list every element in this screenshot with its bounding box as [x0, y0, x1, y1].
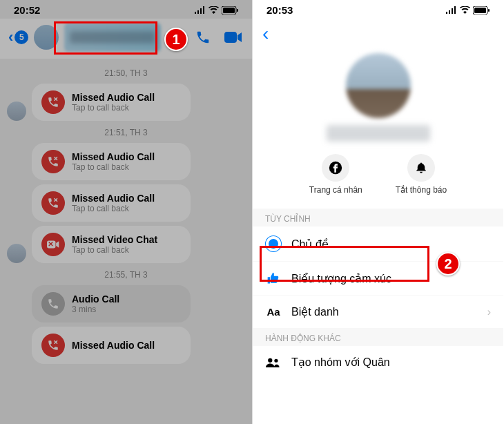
- message-row: Missed Audio Call Tap to call back: [7, 143, 245, 180]
- missed-phone-icon: [41, 334, 65, 357]
- timestamp: 21:55, TH 3: [7, 270, 245, 280]
- aa-icon: Aa: [265, 306, 282, 318]
- group-icon: [265, 357, 282, 368]
- call-sub: Tap to call back: [72, 245, 157, 255]
- svg-rect-1: [223, 8, 235, 13]
- svg-rect-2: [237, 9, 238, 12]
- svg-rect-7: [488, 9, 490, 12]
- back-button[interactable]: ‹: [262, 23, 269, 45]
- profile-avatar[interactable]: [346, 53, 411, 118]
- message-row: Missed Audio Call Tap to call back: [7, 184, 245, 222]
- call-sub: 3 mins: [72, 305, 119, 314]
- callout-1: 1: [164, 28, 188, 51]
- svg-point-10: [274, 358, 278, 362]
- status-icons: [446, 6, 490, 15]
- highlight-contact-name: [54, 21, 157, 55]
- message-row: Missed Video Chat Tap to call back: [7, 226, 245, 263]
- call-title: Missed Audio Call: [72, 340, 155, 351]
- call-bubble[interactable]: Missed Audio Call Tap to call back: [32, 84, 191, 121]
- nickname-label: Biệt danh: [291, 305, 339, 318]
- call-title: Missed Video Chat: [72, 234, 157, 245]
- status-icons: [195, 6, 238, 15]
- create-group-label: Tạo nhóm với Quân: [291, 356, 390, 369]
- call-sub: Tap to call back: [72, 204, 155, 213]
- highlight-theme-item: [260, 246, 429, 282]
- call-sub: Tap to call back: [72, 162, 155, 172]
- wifi-icon: [460, 6, 470, 14]
- battery-icon: [222, 6, 238, 15]
- video-icon: [224, 30, 242, 44]
- message-avatar: [7, 102, 26, 121]
- call-title: Audio Call: [72, 293, 119, 305]
- message-avatar: [7, 244, 26, 263]
- profile-link-button[interactable]: Trang cá nhân: [309, 154, 362, 195]
- video-call-button[interactable]: [223, 27, 244, 48]
- status-time: 20:53: [266, 4, 293, 16]
- svg-rect-3: [224, 32, 237, 43]
- settings-header: ‹: [253, 19, 503, 48]
- missed-video-icon: [41, 233, 65, 256]
- signal-icon: [446, 6, 457, 14]
- missed-phone-icon: [41, 191, 65, 215]
- call-title: Missed Audio Call: [72, 151, 155, 162]
- call-title: Missed Audio Call: [72, 92, 155, 103]
- missed-phone-icon: [41, 90, 65, 114]
- section-other-label: HÀNH ĐỘNG KHÁC: [253, 328, 503, 346]
- back-button[interactable]: ‹ 5: [8, 28, 28, 46]
- profile-link-label: Trang cá nhân: [309, 185, 362, 195]
- call-title: Missed Audio Call: [72, 193, 155, 204]
- chevron-left-icon: ‹: [8, 28, 13, 46]
- phone-icon: [195, 30, 211, 45]
- bell-icon: [407, 154, 435, 182]
- message-row: Missed Audio Call Tap to call back: [7, 84, 245, 121]
- chat-body[interactable]: 21:50, TH 3 Missed Audio Call Tap to cal…: [0, 59, 252, 371]
- section-customize-label: TÙY CHỈNH: [253, 209, 503, 227]
- signal-icon: [195, 6, 206, 14]
- callout-2: 2: [436, 252, 460, 276]
- missed-phone-icon: [41, 150, 65, 173]
- call-bubble[interactable]: Missed Video Chat Tap to call back: [32, 226, 191, 263]
- phone-icon: [41, 292, 65, 316]
- status-bar: 20:53: [253, 0, 503, 19]
- timestamp: 21:51, TH 3: [7, 128, 245, 137]
- svg-point-9: [268, 358, 272, 362]
- audio-call-button[interactable]: [193, 27, 213, 48]
- call-bubble[interactable]: Audio Call 3 mins: [32, 285, 191, 322]
- message-row: Audio Call 3 mins: [7, 285, 245, 322]
- message-row: Missed Audio Call: [7, 327, 245, 364]
- facebook-icon: [322, 154, 349, 182]
- profile-name: [327, 125, 430, 142]
- wifi-icon: [209, 6, 219, 14]
- create-group-item[interactable]: Tạo nhóm với Quân: [253, 346, 503, 378]
- call-bubble[interactable]: Missed Audio Call: [32, 327, 191, 364]
- call-sub: Tap to call back: [72, 103, 155, 113]
- profile-section: Trang cá nhân Tắt thông báo: [253, 48, 503, 209]
- timestamp: 21:50, TH 3: [7, 68, 245, 78]
- status-bar: 20:52: [0, 0, 252, 19]
- call-bubble[interactable]: Missed Audio Call Tap to call back: [32, 184, 191, 222]
- chevron-right-icon: ›: [487, 306, 491, 318]
- battery-icon: [473, 6, 490, 15]
- mute-button[interactable]: Tắt thông báo: [396, 154, 447, 195]
- unread-count: 5: [14, 30, 28, 44]
- status-time: 20:52: [14, 4, 40, 16]
- svg-rect-6: [474, 8, 486, 13]
- mute-label: Tắt thông báo: [396, 185, 447, 195]
- call-bubble[interactable]: Missed Audio Call Tap to call back: [32, 143, 191, 180]
- nickname-item[interactable]: Aa Biệt danh ›: [253, 296, 503, 328]
